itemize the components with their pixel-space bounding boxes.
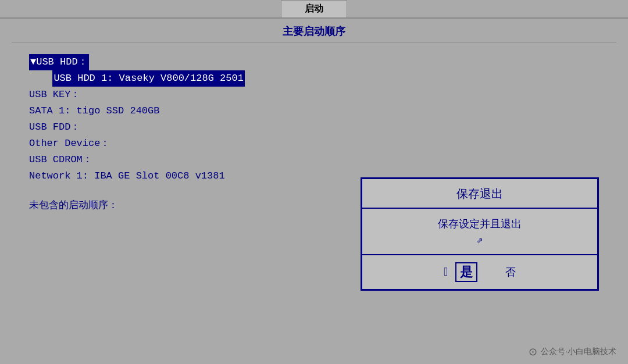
dialog-buttons:  是 否 (362, 255, 597, 289)
boot-list: ▼USB HDD： USB HDD 1: Vaseky V800/128G 25… (12, 48, 616, 190)
dialog-title: 保存退出 (362, 179, 597, 209)
excluded-label: 未包含的启动顺序： (29, 200, 118, 211)
dialog-cursor: ⇗ (368, 233, 591, 246)
boot-item-usb-cdrom[interactable]: USB CDROM： (29, 152, 599, 168)
dialog-body: 保存设定并且退出 ⇗ (362, 209, 597, 255)
boot-item-sata1[interactable]: SATA 1: tigo SSD 240GB (29, 103, 599, 119)
tab-boot-label: 启动 (305, 4, 323, 15)
top-tab-bar: 启动 (0, 0, 628, 19)
boot-group-usb-hdd[interactable]: ▼USB HDD： (29, 54, 89, 70)
boot-item-usb-key[interactable]: USB KEY： (29, 87, 599, 103)
tab-boot[interactable]: 启动 (281, 0, 347, 17)
dialog-no-button[interactable]: 否 (505, 265, 516, 279)
boot-item-other[interactable]: Other Device： (29, 135, 599, 152)
boot-item-usb-fdd[interactable]: USB FDD： (29, 119, 599, 135)
boot-selected-item[interactable]: USB HDD 1: Vaseky V800/128G 2501 (52, 70, 244, 87)
section-header: 主要启动顺序 (12, 19, 616, 42)
dialog-box: 保存退出 保存设定并且退出 ⇗  是 否 (361, 177, 599, 291)
yes-icon-box: 是 (455, 262, 477, 282)
boot-item-selected: USB HDD 1: Vaseky V800/128G 2501 (29, 70, 245, 87)
yes-icon:  (444, 266, 451, 279)
dialog-no-label: 否 (505, 267, 516, 279)
watermark-text: 公众号·小白电脑技术 (541, 347, 616, 357)
watermark: ⊙ 公众号·小白电脑技术 (529, 345, 616, 358)
dialog-body-text: 保存设定并且退出 (438, 219, 522, 230)
wechat-icon: ⊙ (529, 345, 537, 358)
dialog-yes-button[interactable]:  是 (444, 262, 482, 282)
